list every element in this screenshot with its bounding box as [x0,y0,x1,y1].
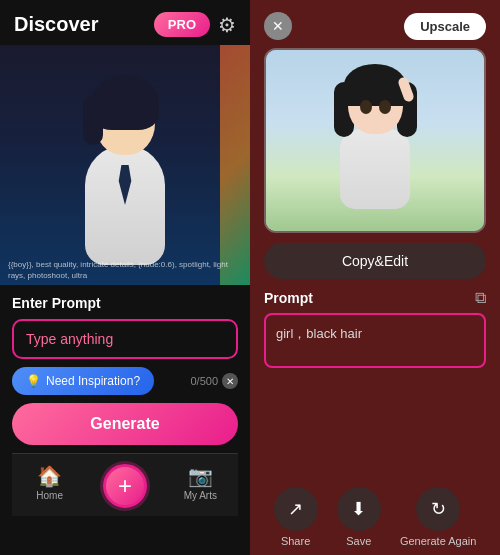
lightbulb-icon: 💡 [26,374,41,388]
char-tie [116,165,134,205]
girl-eye-left [360,100,372,114]
inspiration-button[interactable]: 💡 Need Inspiration? [12,367,154,395]
refresh-icon: ↻ [431,498,446,520]
copy-edit-button[interactable]: Copy&Edit [264,243,486,279]
prompt-section: Prompt ⧉ girl，black hair [264,289,486,475]
share-button[interactable]: ↗ [274,487,318,531]
generate-again-label: Generate Again [400,535,476,547]
char-count: 0/500 ✕ [190,373,238,389]
prompt-header: Prompt ⧉ [264,289,486,307]
left-panel: Discover PRO ⚙ {{boy}}, best quality, in… [0,0,250,555]
left-bottom: Enter Prompt Type anything 💡 Need Inspir… [0,285,250,516]
nav-my-arts[interactable]: 📷 My Arts [163,460,238,512]
generate-again-button[interactable]: ↻ [416,487,460,531]
girl-hair-top [344,64,406,106]
girl-head-container [348,72,403,134]
prompt-label: Prompt [264,290,313,306]
prompt-text-display[interactable]: girl，black hair [264,313,486,368]
hero-figure [60,65,190,265]
action-row: ↗ Share ⬇ Save ↻ Generate Again [250,475,500,555]
header-right: PRO ⚙ [154,12,236,37]
upscale-button[interactable]: Upscale [404,13,486,40]
left-header: Discover PRO ⚙ [0,0,250,45]
enter-prompt-label: Enter Prompt [12,295,238,311]
home-icon: 🏠 [37,464,62,488]
save-action[interactable]: ⬇ Save [337,487,381,547]
bottom-nav: 🏠 Home + 📷 My Arts [12,453,238,516]
add-button[interactable]: + [103,464,147,508]
home-label: Home [36,490,63,501]
page-title: Discover [14,13,99,36]
gear-icon[interactable]: ⚙ [218,13,236,37]
girl-figure [340,72,410,209]
girl-body [340,129,410,209]
girl-eye-right [379,100,391,114]
generate-button[interactable]: Generate [12,403,238,445]
camera-icon: 📷 [188,464,213,488]
share-action[interactable]: ↗ Share [274,487,318,547]
char-hair [91,75,159,130]
right-image-area [264,48,486,233]
girl-scene [266,50,484,231]
save-button[interactable]: ⬇ [337,487,381,531]
char-count-text: 0/500 [190,375,218,387]
char-body [85,145,165,265]
pro-button[interactable]: PRO [154,12,210,37]
generate-again-action[interactable]: ↻ Generate Again [400,487,476,547]
inspiration-row: 💡 Need Inspiration? 0/500 ✕ [12,367,238,395]
prompt-input[interactable]: Type anything [12,319,238,359]
close-button[interactable]: ✕ [264,12,292,40]
save-icon: ⬇ [351,498,366,520]
copy-icon[interactable]: ⧉ [475,289,486,307]
hero-image-area: {{boy}}, best quality, intricate details… [0,45,250,285]
side-image-hint [220,45,250,285]
share-label: Share [281,535,310,547]
clear-button[interactable]: ✕ [222,373,238,389]
share-icon: ↗ [288,498,303,520]
right-header: ✕ Upscale [250,0,500,48]
save-label: Save [346,535,371,547]
nav-add[interactable]: + [87,460,162,512]
right-panel: ✕ Upscale Copy&Edit [250,0,500,555]
image-caption: {{boy}}, best quality, intricate details… [8,260,242,281]
my-arts-label: My Arts [184,490,217,501]
nav-home[interactable]: 🏠 Home [12,460,87,512]
inspiration-label: Need Inspiration? [46,374,140,388]
